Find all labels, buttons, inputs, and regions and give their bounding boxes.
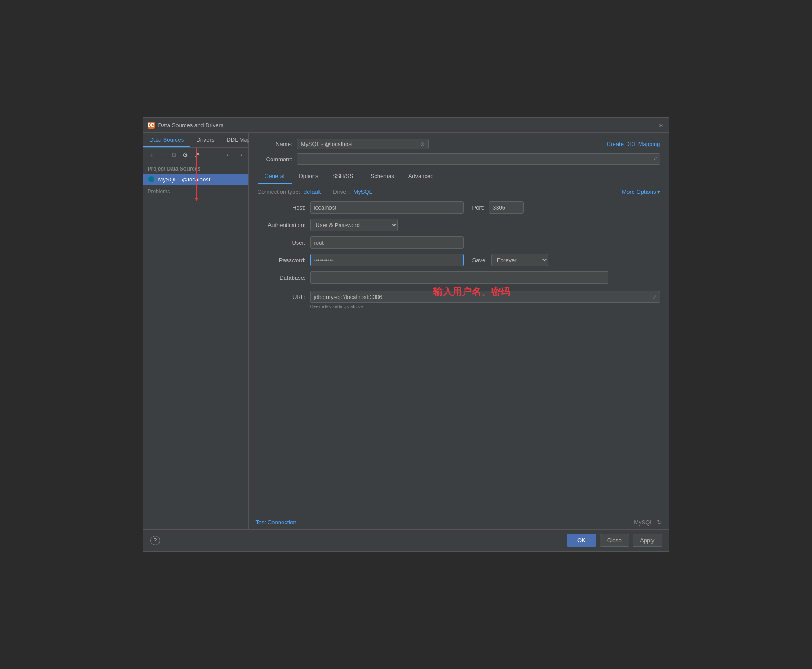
footer-buttons: OK Close Apply: [567, 534, 662, 547]
comment-label: Comment:: [258, 156, 293, 163]
data-sources-dialog: DB Data Sources and Drivers ✕ Data Sourc…: [143, 117, 669, 552]
bottom-status-label: MySQL: [634, 519, 653, 526]
footer: ? OK Close Apply: [143, 529, 669, 551]
auth-select[interactable]: User & Password: [310, 219, 398, 231]
user-label: User:: [258, 239, 306, 246]
name-input[interactable]: MySQL - @localhost: [301, 141, 420, 147]
password-label: Password:: [258, 257, 306, 263]
host-label: Host:: [258, 204, 306, 211]
database-input[interactable]: [310, 271, 608, 284]
tab-options[interactable]: Options: [292, 169, 326, 184]
right-panel: 输入用户名、密码 Name: MySQL - @localhost ⊙ Crea…: [249, 133, 669, 529]
comment-row: Comment: ⤢: [249, 152, 669, 169]
toolbar-separator: [221, 151, 221, 159]
chevron-down-icon: ▾: [657, 189, 660, 195]
save-label: Save:: [472, 257, 487, 263]
password-row: Password: Save: Forever: [258, 254, 660, 266]
database-label: Database:: [258, 274, 306, 281]
app-icon: DB: [148, 122, 155, 129]
url-label: URL:: [258, 294, 306, 300]
conn-type-label: Connection type:: [258, 189, 300, 195]
comment-expand-icon[interactable]: ⤢: [653, 156, 657, 161]
test-connection-link[interactable]: Test Connection: [256, 519, 297, 526]
driver-label: Driver:: [333, 189, 350, 195]
tab-general[interactable]: General: [258, 169, 292, 184]
url-value: jdbc:mysql://localhost:3306: [314, 294, 383, 300]
name-expand-icon[interactable]: ⊙: [420, 141, 425, 147]
host-row: Host: Port:: [258, 201, 660, 214]
create-ddl-link[interactable]: Create DDL Mapping: [607, 141, 660, 147]
annotation-arrow: [194, 198, 199, 201]
main-content: Data Sources Drivers DDL Mappings + − ⧉ …: [143, 133, 669, 529]
bottom-status-area: MySQL ↻: [634, 519, 662, 526]
port-input[interactable]: [489, 201, 524, 214]
more-options-link[interactable]: More Options ▾: [622, 189, 660, 195]
title-bar: DB Data Sources and Drivers ✕: [143, 118, 669, 133]
forward-button[interactable]: →: [235, 149, 246, 160]
comment-input[interactable]: ⤢: [297, 153, 660, 165]
export-button[interactable]: ↗: [192, 149, 202, 160]
annotation-line: [196, 148, 197, 200]
url-expand-icon[interactable]: ⤢: [652, 294, 656, 300]
copy-button[interactable]: ⧉: [169, 149, 179, 160]
tab-data-sources[interactable]: Data Sources: [143, 133, 190, 147]
data-source-name: MySQL - @localhost: [158, 176, 211, 183]
left-tabs: Data Sources Drivers DDL Mappings: [143, 133, 248, 148]
left-panel: Data Sources Drivers DDL Mappings + − ⧉ …: [143, 133, 249, 529]
name-label: Name:: [258, 141, 293, 147]
edit-button[interactable]: ⚙: [180, 149, 191, 160]
tab-drivers[interactable]: Drivers: [190, 133, 220, 147]
user-row: User:: [258, 236, 660, 249]
save-select[interactable]: Forever: [491, 254, 548, 266]
url-row: URL: jdbc:mysql://localhost:3306 ⤢: [258, 291, 660, 303]
help-button[interactable]: ?: [150, 536, 160, 545]
dialog-title: Data Sources and Drivers: [158, 122, 224, 128]
database-row: Database:: [258, 271, 660, 284]
url-input-wrapper[interactable]: jdbc:mysql://localhost:3306 ⤢: [310, 291, 660, 303]
name-row: Name: MySQL - @localhost ⊙ Create DDL Ma…: [249, 133, 669, 152]
connection-type-row: Connection type: default Driver: MySQL M…: [249, 184, 669, 199]
auth-row: Authentication: User & Password: [258, 219, 660, 231]
back-button[interactable]: ←: [224, 149, 234, 160]
add-button[interactable]: +: [146, 149, 157, 160]
form-section: Host: Port: Authentication: User & Passw…: [249, 199, 669, 285]
mysql-db-icon: [148, 176, 155, 183]
url-section: URL: jdbc:mysql://localhost:3306 ⤢ Overr…: [249, 285, 669, 314]
host-input[interactable]: [310, 201, 464, 214]
close-icon[interactable]: ✕: [658, 122, 665, 129]
bottom-bar: Test Connection MySQL ↻: [249, 515, 669, 529]
close-dialog-button[interactable]: Close: [600, 534, 629, 547]
tab-advanced[interactable]: Advanced: [401, 169, 441, 184]
url-hint: Overrides settings above: [258, 303, 660, 309]
remove-button[interactable]: −: [157, 149, 168, 160]
port-label: Port:: [472, 204, 484, 211]
auth-label: Authentication:: [258, 222, 306, 228]
spacer: [249, 314, 669, 515]
right-tabs: General Options SSH/SSL Schemas Advanced: [249, 169, 669, 184]
refresh-icon[interactable]: ↻: [657, 519, 662, 526]
password-input[interactable]: [310, 254, 464, 266]
tab-ssh-ssl[interactable]: SSH/SSL: [326, 169, 364, 184]
title-bar-left: DB Data Sources and Drivers: [148, 122, 224, 129]
apply-button[interactable]: Apply: [633, 534, 662, 547]
ok-button[interactable]: OK: [567, 534, 596, 547]
conn-type-value[interactable]: default: [304, 189, 321, 195]
name-input-wrapper: MySQL - @localhost ⊙: [297, 139, 429, 149]
tab-schemas[interactable]: Schemas: [363, 169, 401, 184]
user-input[interactable]: [310, 236, 464, 249]
driver-value[interactable]: MySQL: [353, 189, 372, 195]
